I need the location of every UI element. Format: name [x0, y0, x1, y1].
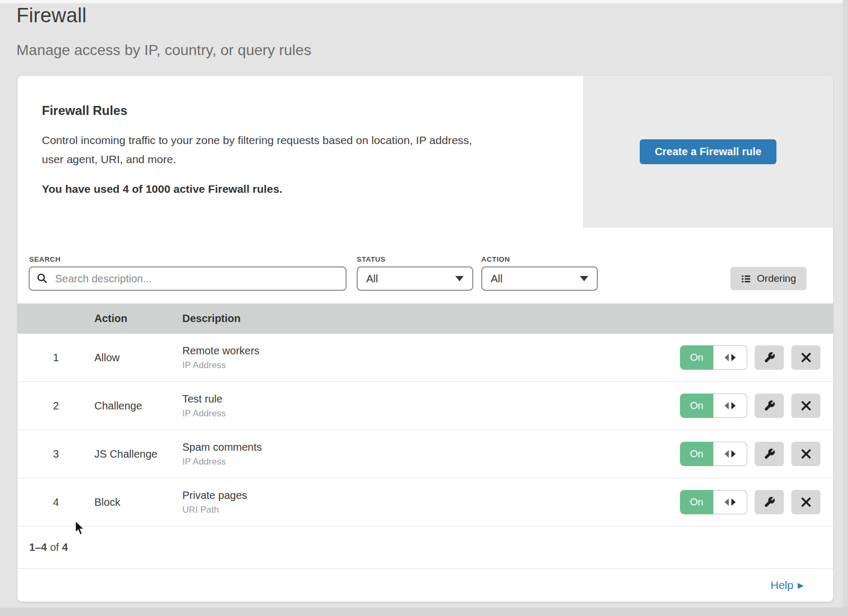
rule-enabled-toggle[interactable]: On [680, 442, 747, 466]
firewall-rules-card: Firewall Rules Control incoming traffic … [17, 76, 833, 602]
rule-controls: On [680, 394, 833, 418]
status-select[interactable]: All [357, 266, 473, 291]
status-label: STATUS [357, 255, 385, 263]
arrow-left-icon [725, 402, 729, 409]
toggle-on-state[interactable]: On [680, 442, 713, 466]
edit-rule-button[interactable] [755, 345, 784, 370]
rule-enabled-toggle[interactable]: On [680, 490, 747, 514]
help-link-label: Help [771, 579, 793, 592]
delete-rule-button[interactable] [791, 442, 820, 466]
column-action: Action [94, 313, 182, 325]
pagination: 1–4 of 4 [17, 526, 833, 569]
table-row: 2 Challenge Test rule IP Address On [17, 382, 833, 430]
screen-edge-right [843, 0, 848, 616]
toggle-drag-handle[interactable] [713, 394, 747, 418]
table-row: 1 Allow Remote workers IP Address On [17, 334, 833, 382]
rule-field: URI Path [182, 505, 680, 515]
toggle-drag-handle[interactable] [713, 442, 747, 466]
column-description: Description [182, 313, 833, 325]
rule-description: Private pages [182, 489, 680, 502]
rule-enabled-toggle[interactable]: On [680, 394, 747, 418]
rule-controls: On [680, 490, 833, 514]
rule-description-cell: Private pages URI Path [182, 489, 680, 515]
rule-action: Allow [94, 352, 182, 364]
edit-rule-button[interactable] [755, 442, 784, 466]
arrow-left-icon [725, 450, 729, 458]
pagination-range: 1–4 [29, 541, 47, 553]
arrow-right-icon [731, 498, 736, 506]
status-select-value: All [366, 273, 455, 285]
wrench-icon [764, 400, 775, 412]
edit-rule-button[interactable] [755, 490, 784, 514]
toggle-on-state[interactable]: On [680, 394, 713, 418]
rule-field: IP Address [182, 408, 680, 419]
help-link[interactable]: Help ▸ [771, 579, 803, 592]
rule-description-cell: Test rule IP Address [182, 393, 680, 419]
toggle-drag-handle[interactable] [713, 490, 747, 514]
toggle-on-state[interactable]: On [680, 345, 713, 370]
filters-bar: SEARCH STATUS All ACTION All [17, 228, 833, 303]
table-header: Action Description [17, 303, 833, 334]
x-icon [801, 497, 811, 507]
card-description: Control incoming traffic to your zone by… [42, 131, 559, 169]
action-select[interactable]: All [481, 266, 598, 291]
action-label: ACTION [481, 255, 510, 263]
wrench-icon [764, 496, 775, 508]
firewall-rules-intro: Firewall Rules Control incoming traffic … [17, 76, 583, 228]
rule-controls: On [680, 442, 833, 466]
rule-field: IP Address [182, 457, 680, 467]
arrow-left-icon [725, 354, 729, 361]
page-title: Firewall [16, 4, 311, 27]
arrow-left-icon [725, 498, 729, 506]
search-field-wrap [29, 266, 347, 291]
ordering-button-label: Ordering [757, 273, 796, 284]
help-arrow-icon: ▸ [798, 579, 803, 591]
delete-rule-button[interactable] [791, 394, 820, 418]
table-row: 3 JS Challenge Spam comments IP Address … [17, 430, 833, 478]
rule-action: Block [94, 496, 182, 508]
rule-description-cell: Remote workers IP Address [182, 345, 680, 371]
card-description-line2: user agent, URI, and more. [42, 150, 559, 169]
page-header: Firewall Manage access by IP, country, o… [16, 4, 311, 59]
chevron-down-icon [455, 276, 464, 281]
mouse-cursor [74, 520, 86, 536]
table-row: 4 Block Private pages URI Path On [17, 478, 833, 526]
toggle-drag-handle[interactable] [713, 345, 747, 370]
wrench-icon [764, 352, 775, 363]
rule-priority: 3 [17, 448, 94, 460]
card-description-line1: Control incoming traffic to your zone by… [42, 131, 559, 150]
x-icon [801, 352, 811, 363]
rule-enabled-toggle[interactable]: On [680, 345, 747, 370]
rule-action: JS Challenge [94, 448, 182, 460]
toggle-on-state[interactable]: On [680, 490, 713, 514]
arrow-right-icon [731, 402, 736, 409]
card-footer: Help ▸ [17, 569, 833, 602]
card-top-section: Firewall Rules Control incoming traffic … [17, 76, 833, 228]
rule-controls: On [680, 345, 833, 370]
rule-priority: 1 [17, 352, 94, 364]
chevron-down-icon [580, 276, 588, 281]
rule-field: IP Address [182, 360, 680, 371]
edit-rule-button[interactable] [755, 394, 784, 418]
rule-description: Remote workers [182, 345, 680, 357]
arrow-right-icon [731, 450, 736, 458]
create-firewall-rule-button[interactable]: Create a Firewall rule [640, 139, 776, 164]
action-select-value: All [491, 273, 580, 285]
rule-action: Challenge [94, 400, 182, 412]
ordering-button[interactable]: Ordering [730, 267, 807, 290]
rule-priority: 4 [17, 496, 94, 508]
arrow-right-icon [731, 354, 736, 361]
delete-rule-button[interactable] [791, 490, 820, 514]
rule-description: Spam comments [182, 441, 680, 453]
delete-rule-button[interactable] [791, 345, 820, 370]
wrench-icon [764, 448, 775, 460]
search-input[interactable] [29, 266, 347, 291]
rule-description: Test rule [182, 393, 680, 405]
rule-description-cell: Spam comments IP Address [182, 441, 680, 467]
screen-edge-bottom [0, 608, 848, 616]
create-rule-panel: Create a Firewall rule [583, 76, 833, 228]
search-icon [37, 273, 48, 284]
rules-usage-text: You have used 4 of 1000 active Firewall … [42, 183, 559, 195]
card-heading: Firewall Rules [42, 103, 559, 118]
rule-priority: 2 [17, 400, 94, 412]
